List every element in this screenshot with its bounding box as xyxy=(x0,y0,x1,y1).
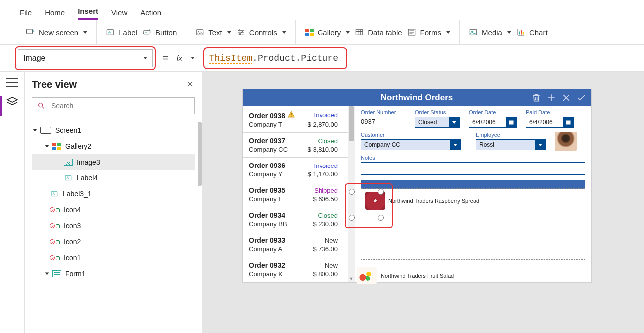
svg-text:fx: fx xyxy=(177,54,183,62)
select-value: Closed xyxy=(415,119,449,126)
check-icon[interactable] xyxy=(576,93,586,103)
gallery2-region[interactable]: Northwind Traders Raspberry Spread xyxy=(361,180,585,260)
tree-node-gallery2[interactable]: Gallery2 xyxy=(32,138,195,154)
insert-media-button[interactable]: Media xyxy=(469,28,511,37)
rail-active-indicator xyxy=(0,96,2,116)
order-company: Company A xyxy=(249,245,282,253)
fx-button[interactable]: fx xyxy=(176,53,203,64)
close-icon[interactable] xyxy=(561,93,571,103)
formula-input[interactable]: ThisItem.Product.Picture xyxy=(206,50,341,66)
gallery-item[interactable]: Northwind Traders Fruit Salad xyxy=(357,267,454,284)
gallery-item[interactable]: Northwind Traders Raspberry Spread xyxy=(361,189,585,213)
tree-node-icon4[interactable]: Icon4 xyxy=(32,202,195,218)
order-id: Order 0934 xyxy=(249,211,285,219)
order-amount: $ 800.00 xyxy=(313,270,338,278)
order-list-item[interactable]: Order 0932NewCompany K$ 800.00› xyxy=(243,257,355,282)
media-icon xyxy=(469,28,478,37)
insert-forms-button[interactable]: Forms xyxy=(407,28,451,37)
order-list-item[interactable]: Order 0935ShippedCompany I$ 606.50› xyxy=(243,182,355,207)
chevron-down-icon xyxy=(83,31,87,34)
svg-rect-12 xyxy=(519,32,520,35)
tree-search-input[interactable] xyxy=(50,101,189,110)
property-select[interactable]: Image xyxy=(18,49,153,67)
order-list-item[interactable]: Order 0937ClosedCompany CC$ 3,810.00› xyxy=(243,133,355,158)
insert-label-button[interactable]: Label xyxy=(106,28,137,37)
employee-select[interactable]: Rossi xyxy=(476,139,546,150)
trash-icon[interactable] xyxy=(531,93,541,103)
label-icon xyxy=(50,190,59,197)
order-list-item[interactable]: Order 0933NewCompany A$ 736.00› xyxy=(243,232,355,257)
paid-date-picker[interactable]: 6/4/2006 xyxy=(526,117,574,128)
tree-node-icon2[interactable]: Icon2 xyxy=(32,234,195,250)
order-company: Company Y xyxy=(249,170,283,178)
notes-input[interactable] xyxy=(361,162,585,175)
chevron-down-icon xyxy=(191,57,195,59)
datatable-icon xyxy=(355,28,364,37)
insert-button-text: Button xyxy=(155,28,177,37)
button-icon xyxy=(142,28,151,37)
property-select-highlight: Image xyxy=(15,46,156,70)
close-icon[interactable]: ✕ xyxy=(186,79,194,90)
insert-button-button[interactable]: Button xyxy=(142,28,177,37)
customer-select[interactable]: Company CC xyxy=(361,139,461,150)
plus-icon[interactable] xyxy=(546,93,556,103)
left-rail xyxy=(0,72,25,333)
insert-gallery-button[interactable]: Gallery xyxy=(305,28,350,37)
tree-node-icon1[interactable]: Icon1 xyxy=(32,250,195,266)
insert-controls-label: Controls xyxy=(249,28,277,37)
order-list-item[interactable]: Order 0936InvoicedCompany Y$ 1,170.00› xyxy=(243,158,355,182)
order-list-item[interactable]: Order 0934ClosedCompany BB$ 230.00› xyxy=(243,207,355,232)
order-status: Closed xyxy=(318,212,338,219)
formula-token-product: Product xyxy=(258,53,296,63)
insert-ribbon: New screen Label Button Abc Text Control… xyxy=(0,20,644,45)
menu-insert[interactable]: Insert xyxy=(78,7,98,20)
insert-datatable-button[interactable]: Data table xyxy=(355,28,402,37)
menu-home[interactable]: Home xyxy=(45,8,65,20)
svg-rect-13 xyxy=(521,30,522,35)
app-title: Northwind Orders xyxy=(381,93,453,103)
icon-mix-icon xyxy=(50,207,60,212)
search-icon xyxy=(37,102,45,110)
tree-search-box[interactable] xyxy=(32,97,195,114)
tree-node-form1[interactable]: Form1 xyxy=(32,266,195,282)
order-id: Order 0938 xyxy=(249,110,295,120)
order-scrollbar[interactable]: ▲▼ xyxy=(348,106,355,282)
tree-node-label3_1[interactable]: Label3_1 xyxy=(32,186,195,202)
tree-node-image3[interactable]: Image3 xyxy=(32,154,195,170)
order-list-item[interactable]: Order 0938 InvoicedCompany T$ 2,870.00› xyxy=(243,106,355,133)
order-status: Shipped xyxy=(314,187,338,194)
menu-file[interactable]: File xyxy=(20,8,32,20)
design-canvas[interactable]: Northwind Orders Order 0938 InvoicedComp… xyxy=(202,72,644,333)
caret-icon xyxy=(33,129,37,132)
detail-pane: Order Number 0937 Order Status Closed Or… xyxy=(355,106,591,282)
order-status-select[interactable]: Closed xyxy=(415,117,460,128)
app-preview: Northwind Orders Order 0938 InvoicedComp… xyxy=(242,89,592,283)
insert-chart-label: Chart xyxy=(529,28,548,37)
menu-action[interactable]: Action xyxy=(140,8,161,20)
order-date-picker[interactable]: 6/4/2006 xyxy=(469,117,517,128)
insert-controls-button[interactable]: Controls xyxy=(236,28,286,37)
new-screen-button[interactable]: New screen xyxy=(26,28,87,37)
tree-scrollbar[interactable] xyxy=(198,122,202,186)
insert-text-button[interactable]: Abc Text xyxy=(195,28,231,37)
svg-text:Abc: Abc xyxy=(198,31,204,34)
insert-gallery-label: Gallery xyxy=(318,28,341,37)
tree-node-icon3[interactable]: Icon3 xyxy=(32,218,195,234)
icon-mix-icon xyxy=(50,255,60,260)
field-label: Order Status xyxy=(415,109,460,115)
tree-node-label4[interactable]: Label4 xyxy=(32,170,195,186)
menu-view[interactable]: View xyxy=(111,8,127,20)
insert-datatable-label: Data table xyxy=(368,28,402,37)
tree-label: Icon2 xyxy=(64,238,81,246)
svg-rect-14 xyxy=(523,32,524,35)
hamburger-button[interactable] xyxy=(6,78,18,87)
tree-node-screen1[interactable]: Screen1 xyxy=(32,122,195,138)
order-status: Invoiced xyxy=(314,111,338,119)
tree-view-rail-icon[interactable] xyxy=(6,96,19,107)
chevron-down-icon xyxy=(446,31,450,34)
warning-icon xyxy=(287,110,295,118)
insert-chart-button[interactable]: Chart xyxy=(516,28,548,37)
tree-label: Gallery2 xyxy=(65,142,91,150)
order-company: Company T xyxy=(249,121,282,128)
form-icon xyxy=(52,270,61,277)
